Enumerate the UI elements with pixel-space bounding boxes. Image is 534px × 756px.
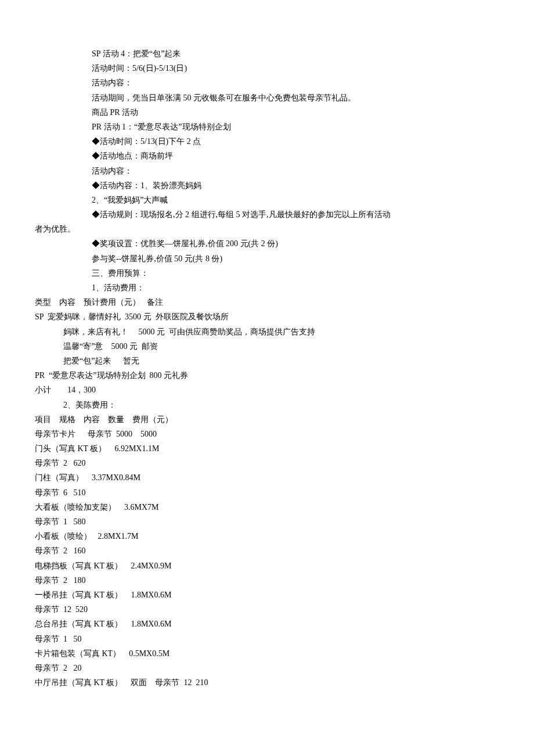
text-line: 2、美陈费用： bbox=[35, 398, 499, 412]
text-line: 把爱“包”起来 暂无 bbox=[35, 354, 499, 368]
text-line: ◆活动内容：1、装扮漂亮妈妈 bbox=[35, 178, 499, 193]
text-line: 小看板（喷绘） 2.8MX1.7M bbox=[35, 529, 499, 543]
text-line: 门柱（写真） 3.37MX0.84M bbox=[35, 470, 499, 485]
text-line: 母亲节 1 580 bbox=[35, 514, 499, 529]
text-line: 妈咪，来店有礼！ 5000 元 可由供应商赞助奖品，商场提供广告支持 bbox=[35, 325, 499, 339]
text-line: 活动内容： bbox=[35, 75, 499, 90]
text-line: 一楼吊挂（写真 KT 板） 1.8MX0.6M bbox=[35, 588, 499, 602]
text-line: PR “爱意尽表达”现场特别企划 800 元礼券 bbox=[35, 368, 499, 383]
text-line: 小计 14，300 bbox=[35, 383, 499, 397]
text-line: 母亲节 12 520 bbox=[35, 602, 499, 617]
text-line: SP 活动 4：把爱“包”起来 bbox=[35, 46, 499, 61]
text-line: 参与奖--饼屋礼券,价值 50 元(共 8 份) bbox=[35, 251, 499, 266]
text-line: 总台吊挂（写真 KT 板） 1.8MX0.6M bbox=[35, 617, 499, 631]
text-line: 母亲节卡片 母亲节 5000 5000 bbox=[35, 427, 499, 441]
text-line: 活动期间，凭当日单张满 50 元收银条可在服务中心免费包装母亲节礼品。 bbox=[35, 91, 499, 105]
text-line: 中厅吊挂（写真 KT 板） 双面 母亲节 12 210 bbox=[35, 675, 499, 690]
text-line: 母亲节 2 620 bbox=[35, 456, 499, 470]
text-line: 温馨“寄”意 5000 元 邮资 bbox=[35, 339, 499, 354]
text-line: 活动时间：5/6(日)-5/13(日) bbox=[35, 61, 499, 75]
text-line: 者为优胜。 bbox=[35, 222, 499, 236]
text-line: 母亲节 1 50 bbox=[35, 632, 499, 646]
text-line: 类型 内容 预计费用（元） 备注 bbox=[35, 295, 499, 309]
text-line: 门头（写真 KT 板） 6.92MX1.1M bbox=[35, 441, 499, 456]
text-line: ◆活动规则：现场报名,分 2 组进行,每组 5 对选手,凡最快最好的参加完以上所… bbox=[35, 207, 499, 222]
text-line: 项目 规格 内容 数量 费用（元） bbox=[35, 412, 499, 427]
text-line: 母亲节 2 20 bbox=[35, 661, 499, 675]
text-line: PR 活动 1：“爱意尽表达”现场特别企划 bbox=[35, 120, 499, 134]
text-line: ◆活动地点：商场前坪 bbox=[35, 149, 499, 163]
text-line: 电梯挡板（写真 KT 板） 2.4MX0.9M bbox=[35, 559, 499, 573]
text-line: 2、“我爱妈妈”大声喊 bbox=[35, 193, 499, 207]
text-line: ◆活动时间：5/13(日)下午 2 点 bbox=[35, 134, 499, 149]
text-line: 大看板（喷绘加支架） 3.6MX7M bbox=[35, 500, 499, 514]
text-line: 三、费用预算： bbox=[35, 266, 499, 280]
text-line: 卡片箱包装（写真 KT） 0.5MX0.5M bbox=[35, 646, 499, 661]
text-line: 1、活动费用： bbox=[35, 280, 499, 295]
document-body: SP 活动 4：把爱“包”起来活动时间：5/6(日)-5/13(日)活动内容：活… bbox=[35, 46, 499, 690]
text-line: ◆奖项设置：优胜奖—饼屋礼券,价值 200 元(共 2 份) bbox=[35, 236, 499, 251]
text-line: SP 宠爱妈咪，馨情好礼 3500 元 外联医院及餐饮场所 bbox=[35, 309, 499, 324]
text-line: 商品 PR 活动 bbox=[35, 105, 499, 120]
text-line: 母亲节 2 180 bbox=[35, 573, 499, 588]
text-line: 活动内容： bbox=[35, 164, 499, 178]
text-line: 母亲节 6 510 bbox=[35, 485, 499, 500]
text-line: 母亲节 2 160 bbox=[35, 543, 499, 558]
